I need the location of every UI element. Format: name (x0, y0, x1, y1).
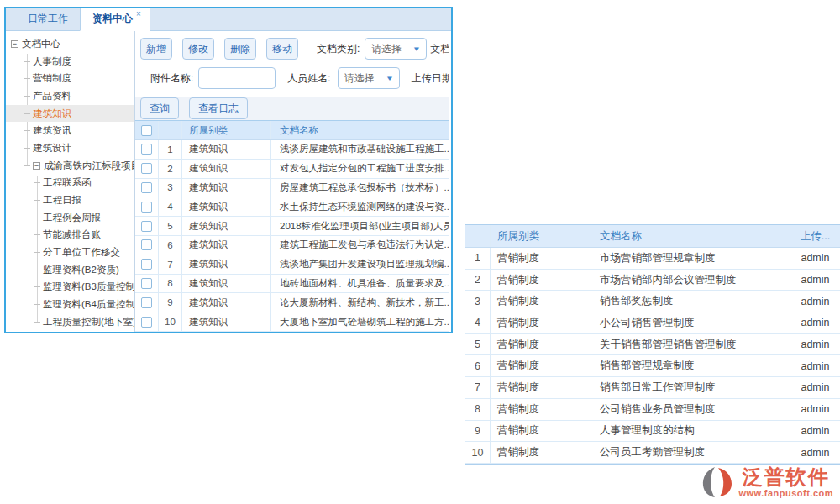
edit-button[interactable]: 修改 (182, 38, 214, 60)
tree-item-label: 分工单位工作移交 (43, 246, 120, 259)
row-checkbox[interactable] (141, 163, 152, 174)
row-doc-name[interactable]: 大厦地下室加气砼墙砌筑工程的施工方... (271, 312, 449, 331)
tree-item[interactable]: 建筑知识 (6, 105, 134, 123)
table-row[interactable]: 6建筑知识建筑工程施工发包与承包违法行为认定... (135, 236, 449, 255)
tree-item[interactable]: 工程联系函 (6, 175, 134, 192)
tree-item[interactable]: 工程例会周报 (6, 209, 134, 227)
row-number: 9 (465, 421, 491, 442)
number-column-header (159, 121, 182, 139)
doc-name-column-header[interactable]: 文档名称 (271, 121, 449, 139)
table-row[interactable]: 4营销制度小公司销售管理制度admin (465, 312, 840, 334)
tab-daily-work[interactable]: 日常工作 (16, 8, 80, 30)
view-log-button[interactable]: 查看日志 (189, 97, 248, 119)
tree-collapse-icon[interactable]: − (11, 40, 18, 48)
row-checkbox[interactable] (141, 297, 152, 308)
row-doc-name[interactable]: 人事管理制度的结构 (591, 421, 790, 442)
table-row[interactable]: 8营销制度公司销售业务员管理制度admin (465, 399, 840, 421)
table-row[interactable]: 9营销制度人事管理制度的结构admin (465, 421, 840, 443)
category-column-header[interactable]: 所属别类 (491, 225, 591, 247)
row-category: 营销制度 (491, 312, 591, 333)
table-row[interactable]: 10营销制度公司员工考勤管理制度admin (465, 442, 840, 464)
doc-category-select[interactable]: 请选择 ▼ (365, 38, 427, 60)
table-row[interactable]: 9建筑知识论大厦新材料、新结构、新技术，新工... (135, 293, 449, 312)
table-row[interactable]: 2建筑知识对发包人指定分包的工程施工进度安排... (135, 160, 449, 179)
tree-item[interactable]: 工程质量控制(地下室) (6, 313, 134, 331)
tree-item[interactable]: 人事制度 (6, 53, 134, 71)
row-doc-name[interactable]: 2018标准化监理项目部(业主项目部)人员... (271, 217, 449, 235)
category-column-header[interactable]: 所属别类 (182, 121, 271, 139)
tree-collapse-icon[interactable]: − (33, 162, 40, 170)
move-button[interactable]: 移动 (266, 38, 298, 60)
tree-item[interactable]: −成渝高铁内江标段项目 (6, 157, 134, 175)
row-doc-name[interactable]: 浅谈房屋建筑和市政基础设施工程施工... (271, 140, 449, 159)
row-doc-name[interactable]: 水土保持生态环境监测网络的建设与资... (271, 197, 449, 216)
row-doc-name[interactable]: 地砖地面材料、机具准备、质量要求及... (271, 275, 449, 293)
tree-item-label: 工程联系函 (43, 176, 92, 189)
row-category: 建筑知识 (182, 312, 271, 331)
tree-item[interactable]: 建筑资讯 (6, 122, 134, 139)
table-row[interactable]: 2营销制度市场营销部内部会议管理制度admin (465, 270, 840, 291)
row-doc-name[interactable]: 小公司销售管理制度 (591, 312, 790, 333)
tree-item[interactable]: 营销制度 (6, 70, 134, 87)
row-checkbox[interactable] (141, 202, 152, 213)
close-icon[interactable]: × (136, 9, 141, 18)
table-row[interactable]: 5建筑知识2018标准化监理项目部(业主项目部)人员... (135, 217, 449, 236)
table-row[interactable]: 5营销制度关于销售部管理销售管理制度admin (465, 334, 840, 356)
tree-item[interactable]: 监理资料(B4质量控制) (6, 296, 134, 313)
table-row[interactable]: 1建筑知识浅谈房屋建筑和市政基础设施工程施工... (135, 140, 449, 160)
table-row[interactable]: 1营销制度市场营销部管理规章制度admin (465, 248, 840, 270)
row-doc-name[interactable]: 论大厦新材料、新结构、新技术，新工... (271, 293, 449, 312)
person-name-select[interactable]: 请选择 ▼ (338, 67, 400, 89)
row-doc-name[interactable]: 销售部管理规章制度 (591, 355, 790, 376)
row-checkbox[interactable] (141, 144, 152, 155)
table-row[interactable]: 4建筑知识水土保持生态环境监测网络的建设与资... (135, 197, 449, 217)
table-row[interactable]: 10建筑知识大厦地下室加气砼墙砌筑工程的施工方... (135, 312, 449, 332)
row-uploader: admin (790, 377, 840, 398)
row-checkbox[interactable] (141, 239, 152, 250)
tree-item[interactable]: 监理资料(B2资质) (6, 261, 134, 279)
table-row[interactable]: 7建筑知识浅谈地产集团开发建设项目监理规划编... (135, 255, 449, 275)
row-doc-name[interactable]: 公司销售业务员管理制度 (591, 399, 790, 420)
add-button[interactable]: 新增 (140, 38, 172, 60)
doc-name-column-header[interactable]: 文档名称 (591, 225, 790, 247)
row-doc-name[interactable]: 浅谈地产集团开发建设项目监理规划编... (271, 255, 449, 274)
row-doc-name[interactable]: 关于销售部管理销售管理制度 (591, 334, 790, 355)
select-all-checkbox[interactable] (141, 125, 152, 136)
table-row[interactable]: 6营销制度销售部管理规章制度admin (465, 355, 840, 377)
row-doc-name[interactable]: 市场营销部内部会议管理制度 (591, 270, 790, 291)
tree-item-label: 监理资料(B2资质) (43, 264, 119, 276)
tree-item[interactable]: 节能减排台账 (6, 227, 134, 244)
row-checkbox[interactable] (141, 221, 152, 232)
row-doc-name[interactable]: 房屋建筑工程总承包投标书（技术标）... (271, 179, 449, 197)
tree-item[interactable]: 工程日报 (6, 192, 134, 209)
row-checkbox[interactable] (141, 317, 152, 328)
row-doc-name[interactable]: 公司员工考勤管理制度 (591, 442, 790, 463)
row-doc-name[interactable]: 对发包人指定分包的工程施工进度安排... (271, 160, 449, 178)
row-doc-name[interactable]: 市场营销部管理规章制度 (591, 248, 790, 269)
table-row[interactable]: 3营销制度销售部奖惩制度admin (465, 291, 840, 312)
uploader-column-header[interactable]: 上传... (790, 225, 840, 247)
toolbar-row: 新增 修改 删除 移动 文档类别: 请选择 ▼ 文档 (140, 38, 449, 60)
tree-item[interactable]: −文档中心 (6, 35, 134, 53)
table-row[interactable]: 8建筑知识地砖地面材料、机具准备、质量要求及... (135, 275, 449, 294)
row-category: 营销制度 (491, 248, 591, 269)
tree-item[interactable]: 工程质量控制(主体) (6, 331, 134, 332)
row-doc-name[interactable]: 建筑工程施工发包与承包违法行为认定... (271, 236, 449, 255)
row-checkbox[interactable] (141, 182, 152, 193)
row-category: 建筑知识 (182, 197, 271, 216)
row-checkbox[interactable] (141, 259, 152, 270)
row-doc-name[interactable]: 销售部日常工作管理制度 (591, 377, 790, 398)
table-row[interactable]: 3建筑知识房屋建筑工程总承包投标书（技术标）... (135, 179, 449, 198)
tab-data-center[interactable]: 资料中心 × (80, 7, 150, 31)
tree-item[interactable]: 分工单位工作移交 (6, 244, 134, 261)
table-row[interactable]: 7营销制度销售部日常工作管理制度admin (465, 377, 840, 399)
row-doc-name[interactable]: 销售部奖惩制度 (591, 291, 790, 312)
attachment-name-input[interactable] (198, 67, 276, 89)
tree-item[interactable]: 建筑设计 (6, 139, 134, 157)
query-button[interactable]: 查询 (140, 97, 179, 119)
row-checkbox[interactable] (141, 278, 152, 289)
row-category: 建筑知识 (182, 255, 271, 274)
delete-button[interactable]: 删除 (224, 38, 256, 60)
tree-item[interactable]: 产品资料 (6, 87, 134, 105)
tree-item[interactable]: 监理资料(B3质量控制) (6, 279, 134, 297)
